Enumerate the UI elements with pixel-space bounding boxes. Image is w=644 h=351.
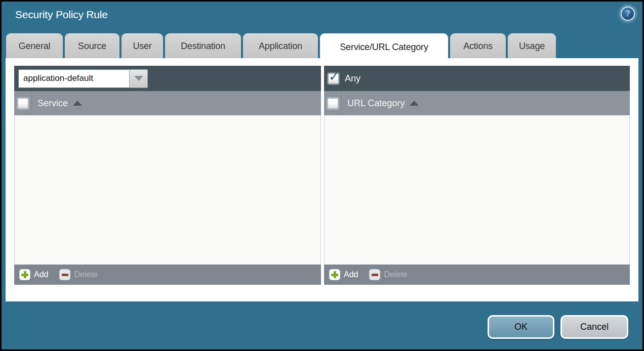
security-policy-rule-dialog: Security Policy Rule ? General Source Us… (0, 0, 644, 351)
url-category-panel: ✓ Any URL Category Add (324, 66, 630, 285)
url-category-column-header: URL Category (324, 91, 630, 115)
url-category-add-button[interactable]: Add (329, 269, 358, 280)
ok-button[interactable]: OK (488, 315, 554, 339)
service-select-all-checkbox[interactable] (18, 98, 28, 109)
tab-actions[interactable]: Actions (450, 33, 506, 58)
url-category-select-all-checkbox[interactable] (328, 98, 338, 109)
any-label: Any (345, 73, 360, 84)
tab-bar: General Source User Destination Applicat… (6, 33, 556, 60)
help-icon[interactable]: ? (621, 7, 635, 21)
cancel-button[interactable]: Cancel (560, 315, 628, 339)
service-add-label: Add (34, 270, 48, 279)
sort-ascending-icon (410, 101, 419, 106)
url-category-column-label[interactable]: URL Category (342, 91, 419, 115)
any-checkbox[interactable]: ✓ (328, 73, 339, 84)
add-icon (329, 269, 340, 280)
service-panel: Service Add Delete (14, 66, 321, 285)
url-category-select-all-cell (324, 91, 342, 115)
service-select-all-cell (14, 91, 32, 115)
tab-source[interactable]: Source (65, 33, 119, 58)
url-category-footer: Add Delete (324, 265, 630, 285)
sort-ascending-icon (73, 101, 82, 106)
tab-general[interactable]: General (6, 33, 63, 58)
checkmark-icon: ✓ (329, 70, 340, 83)
delete-icon (369, 269, 380, 280)
url-category-table-body[interactable] (324, 115, 630, 265)
tab-user[interactable]: User (122, 33, 163, 58)
service-delete-label: Delete (74, 270, 97, 279)
dialog-title: Security Policy Rule (15, 9, 108, 21)
service-column-header: Service (14, 91, 321, 115)
tab-usage[interactable]: Usage (508, 33, 556, 58)
url-category-add-label: Add (344, 270, 358, 279)
tab-destination[interactable]: Destination (165, 33, 241, 58)
service-delete-button[interactable]: Delete (59, 269, 97, 280)
service-column-label[interactable]: Service (32, 91, 82, 115)
service-type-dropdown-button[interactable] (129, 69, 148, 88)
service-type-input[interactable] (18, 69, 129, 88)
chevron-down-icon (134, 76, 143, 81)
tab-service-url-category[interactable]: Service/URL Category (320, 33, 448, 60)
service-table-body[interactable] (14, 115, 321, 265)
service-type-dropdown (18, 69, 148, 88)
delete-icon (59, 269, 70, 280)
service-add-button[interactable]: Add (19, 269, 48, 280)
service-toolbar (14, 66, 321, 91)
add-icon (19, 269, 30, 280)
url-category-column-title: URL Category (347, 98, 405, 109)
url-category-delete-label: Delete (384, 270, 407, 279)
service-footer: Add Delete (14, 265, 321, 285)
url-category-toolbar: ✓ Any (324, 66, 630, 91)
service-column-title: Service (37, 98, 68, 109)
url-category-delete-button[interactable]: Delete (369, 269, 407, 280)
tab-application[interactable]: Application (243, 33, 318, 58)
